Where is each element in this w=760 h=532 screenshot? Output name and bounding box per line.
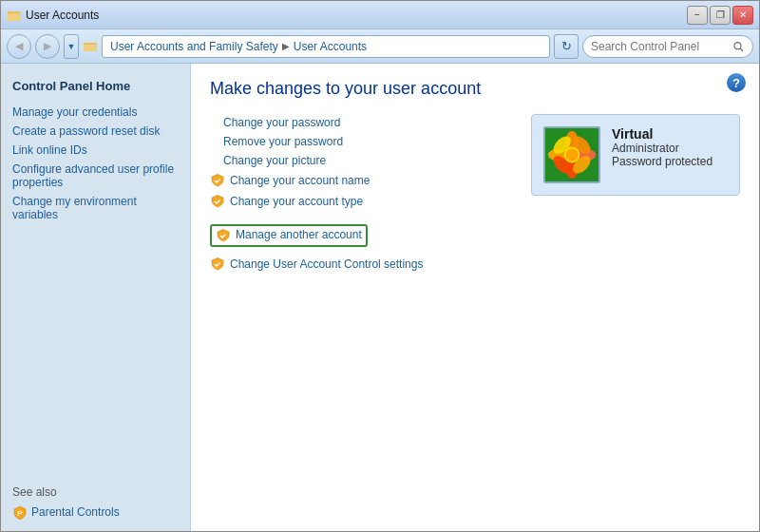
sidebar: Control Panel Home Manage your credentia… [1,64,191,531]
change-password-link[interactable]: Change your password [210,114,512,131]
titlebar-left: User Accounts [7,8,99,23]
titlebar-buttons: − ❐ ✕ [687,6,753,25]
sidebar-link-credentials[interactable]: Manage your credentials [1,103,190,122]
change-account-name-label: Change your account name [230,174,370,187]
user-status: Password protected [612,155,712,168]
path-separator: ▶ [282,41,290,51]
change-account-type-link[interactable]: Change your account type [210,192,512,211]
titlebar: User Accounts − ❐ ✕ [1,1,759,29]
path-root[interactable]: User Accounts and Family Safety [110,40,278,53]
manage-account-highlight: Manage another account [210,224,368,247]
main-window: User Accounts − ❐ ✕ ◀ ▶ ▼ User Accounts … [0,0,760,532]
refresh-button[interactable]: ↻ [554,34,579,59]
svg-rect-2 [8,11,13,14]
svg-rect-1 [8,13,21,21]
svg-point-18 [565,148,578,161]
svg-point-5 [734,42,741,48]
window-icon [7,8,22,23]
forward-button[interactable]: ▶ [35,34,60,59]
dropdown-button[interactable]: ▼ [64,34,79,59]
shield-icon-name [210,173,225,188]
search-icon [732,40,745,53]
sidebar-link-environment[interactable]: Change my environment variables [1,192,190,224]
manage-another-account-link[interactable]: Manage another account [236,228,362,241]
svg-line-6 [741,48,744,50]
sidebar-link-profile[interactable]: Configure advanced user profile properti… [1,160,190,192]
minimize-button[interactable]: − [687,6,708,25]
titlebar-title: User Accounts [26,9,99,22]
search-box [582,35,753,58]
manage-section: Manage another account [210,224,512,251]
back-button[interactable]: ◀ [7,34,31,59]
user-card: Virtual Administrator Password protected [531,114,740,196]
uac-settings-link[interactable]: Change User Account Control settings [210,255,512,274]
help-button[interactable]: ? [727,73,746,92]
change-account-type-label: Change your account type [230,195,363,208]
page-title: Make changes to your user account [210,79,740,99]
svg-rect-4 [84,45,97,51]
user-avatar [543,126,600,183]
user-role: Administrator [612,142,712,155]
parental-controls-icon: P [12,504,28,520]
search-input[interactable] [591,40,729,53]
change-account-name-link[interactable]: Change your account name [210,171,512,190]
content-body: Change your password Remove your passwor… [210,114,740,276]
sidebar-title: Control Panel Home [1,73,190,103]
sidebar-link-online-ids[interactable]: Link online IDs [1,141,190,160]
restore-button[interactable]: ❐ [710,6,731,25]
uac-settings-label: Change User Account Control settings [230,257,423,271]
shield-icon-type [210,194,225,209]
addressbar: ◀ ▶ ▼ User Accounts and Family Safety ▶ … [1,29,759,64]
user-info: Virtual Administrator Password protected [612,126,712,168]
sidebar-link-reset-disk[interactable]: Create a password reset disk [1,122,190,141]
shield-icon-uac [210,256,225,272]
path-current[interactable]: User Accounts [294,40,367,53]
parental-controls-label: Parental Controls [31,505,120,519]
address-bar-path: User Accounts and Family Safety ▶ User A… [102,35,550,58]
sidebar-parental-controls[interactable]: P Parental Controls [1,503,190,522]
svg-text:P: P [17,509,23,518]
change-picture-link[interactable]: Change your picture [210,152,512,169]
close-button[interactable]: ✕ [732,6,753,25]
user-avatar-image [545,128,598,181]
user-name: Virtual [612,126,712,142]
main-layout: Control Panel Home Manage your credentia… [1,64,759,531]
path-folder-icon [83,39,98,54]
content-area: ? Make changes to your user account Chan… [191,64,759,531]
shield-icon-manage [216,228,231,243]
remove-password-link[interactable]: Remove your password [210,133,512,150]
sidebar-seealso-heading: See also [1,478,190,503]
links-section: Change your password Remove your passwor… [210,114,512,276]
